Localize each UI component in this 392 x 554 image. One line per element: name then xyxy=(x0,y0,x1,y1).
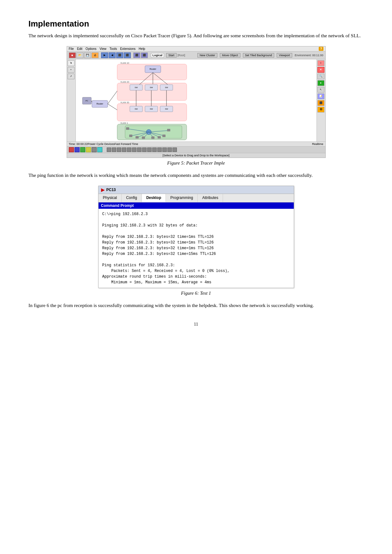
pt-small-dev-8[interactable] xyxy=(142,148,147,152)
pt-tool-6[interactable]: ⬛ xyxy=(141,52,148,58)
pt-right-tool-zoom[interactable]: 🔍 xyxy=(317,74,324,79)
pc13-titlebar: ▶ PC13 xyxy=(99,186,294,194)
svg-rect-38 xyxy=(142,136,145,139)
pt-bottombar: Time: 00:00:22 Power Cycle Devices Fast … xyxy=(67,142,325,146)
pt-btn-viewport[interactable]: Viewport xyxy=(277,53,292,57)
pt-small-dev-10[interactable] xyxy=(152,148,157,152)
page-number: 11 xyxy=(28,322,364,327)
pt-small-dev-6[interactable] xyxy=(132,148,136,152)
pt-power-cycle[interactable]: Power Cycle Devices xyxy=(87,142,114,146)
pt-env-label: Environment: 00:11:00 xyxy=(295,54,323,57)
packet-tracer-window: File Edit Options View Tools Extensions … xyxy=(67,46,326,158)
terminal-line-9: Approximate round trip times in milli-se… xyxy=(102,274,290,280)
tab-attributes[interactable]: Attributes xyxy=(198,194,223,202)
pt-small-dev-13[interactable] xyxy=(167,148,172,152)
pt-small-dev-1[interactable] xyxy=(107,148,111,152)
tab-config[interactable]: Config xyxy=(122,194,142,202)
svg-text:PC: PC xyxy=(85,100,88,102)
pt-tool-save[interactable]: 💾 xyxy=(84,52,91,58)
pt-left-tool-3[interactable]: ↗ xyxy=(68,74,75,79)
terminal-line-4: Reply from 192.168.2.3: bytes=32 time=1m… xyxy=(102,240,290,245)
pt-right-tool-box[interactable]: ⬛ xyxy=(317,100,324,106)
pt-small-dev-14[interactable] xyxy=(172,148,177,152)
pt-btn-new-cluster[interactable]: New Cluster xyxy=(197,53,217,57)
pt-right-tool-note[interactable]: 📝 xyxy=(317,93,324,99)
terminal-line-8: Packets: Sent = 4, Received = 4, Lost = … xyxy=(102,268,290,274)
pt-tool-new[interactable]: ■ xyxy=(69,52,76,58)
pt-dev-icon-6[interactable] xyxy=(97,147,102,152)
figure5-container: File Edit Options View Tools Extensions … xyxy=(28,46,364,158)
terminal-line-7: Ping statistics for 192.168.2.3: xyxy=(102,262,290,268)
svg-text:VLAN 1: VLAN 1 xyxy=(120,122,128,124)
pt-tool-print[interactable]: 🖨 xyxy=(92,52,99,58)
pt-time-label: Time: 00:00:22 xyxy=(69,142,88,146)
pt-dev-icon-1[interactable] xyxy=(69,147,74,152)
pc13-title-icon: ▶ xyxy=(101,187,105,192)
pt-tool-2[interactable]: ◀ xyxy=(109,52,116,58)
tab-programming[interactable]: Programming xyxy=(166,194,198,202)
svg-line-45 xyxy=(108,91,117,104)
pt-tool-1[interactable]: ▶ xyxy=(101,52,108,58)
pt-small-dev-4[interactable] xyxy=(122,148,126,152)
pt-small-dev-2[interactable] xyxy=(112,148,116,152)
pt-menu-help[interactable]: Help xyxy=(139,47,145,51)
pt-fast-forward[interactable]: Fast Forward Time xyxy=(114,142,138,146)
pt-tool-5[interactable]: ⬛ xyxy=(133,52,140,58)
pt-toolbar-row1: ■ 📂 💾 🖨 ▶ ◀ ⬛ ⬛ ⬛ ⬛ Logical Start [Root]… xyxy=(67,51,325,59)
pt-menu-extensions[interactable]: Extensions xyxy=(120,47,136,51)
pt-small-dev-7[interactable] xyxy=(137,148,142,152)
pt-right-tool-cursor[interactable]: ↖ xyxy=(317,87,324,93)
tab-desktop[interactable]: Desktop xyxy=(142,194,166,202)
pt-right-tool-pic[interactable]: 🖼 xyxy=(317,107,324,112)
pt-right-tool-dot[interactable]: ● xyxy=(317,80,324,86)
pt-left-tool-1[interactable]: 🖱 xyxy=(68,60,75,66)
svg-line-46 xyxy=(108,104,117,110)
svg-text:VLAN 10: VLAN 10 xyxy=(120,62,129,64)
pt-menu-file[interactable]: File xyxy=(69,47,74,51)
figure5-caption: Figure 5: Packet Tracer Imple xyxy=(28,160,364,166)
pt-nav-start[interactable]: Start xyxy=(166,53,177,57)
middle-paragraph: The ping function in the network is work… xyxy=(28,172,364,179)
pt-help-button[interactable]: ? xyxy=(319,47,323,51)
pt-btn-move-object[interactable]: Move Object xyxy=(220,53,240,57)
svg-rect-40 xyxy=(158,136,161,139)
pt-btn-set-tiled[interactable]: Set Tiled Background xyxy=(243,53,274,57)
pt-tool-3[interactable]: ⬛ xyxy=(116,52,123,58)
command-prompt-label[interactable]: Command Prompt xyxy=(99,202,294,209)
tab-physical[interactable]: Physical xyxy=(99,194,122,202)
pt-small-dev-3[interactable] xyxy=(117,148,121,152)
pt-device-bar xyxy=(67,146,325,153)
terminal-line-blank-3 xyxy=(102,257,290,262)
pt-dev-icon-3[interactable] xyxy=(80,147,85,152)
pt-right-tool-red[interactable]: + xyxy=(317,60,324,66)
network-diagram-svg: Router SW SW SW SW SW xyxy=(76,59,317,142)
pt-small-dev-11[interactable] xyxy=(157,148,162,152)
svg-text:VLAN 30: VLAN 30 xyxy=(120,101,129,104)
pt-menu-options[interactable]: Options xyxy=(86,47,96,51)
pt-top-buttons: New Cluster Move Object Set Tiled Backgr… xyxy=(197,53,323,57)
pt-dev-icon-2[interactable] xyxy=(75,147,80,152)
svg-text:SW: SW xyxy=(165,87,168,88)
pt-small-dev-9[interactable] xyxy=(147,148,152,152)
pt-menu-edit[interactable]: Edit xyxy=(77,47,82,51)
pt-left-tool-2[interactable]: + xyxy=(68,67,75,73)
pt-menu-tools[interactable]: Tools xyxy=(110,47,117,51)
pt-dev-icon-4[interactable] xyxy=(86,147,91,152)
svg-text:VLAN 20: VLAN 20 xyxy=(120,81,129,83)
pt-logical-label: Logical xyxy=(151,53,164,57)
svg-text:Router: Router xyxy=(149,68,156,70)
pt-dev-icon-5[interactable] xyxy=(92,147,97,152)
svg-text:Router: Router xyxy=(96,103,103,105)
terminal-line-5: Reply from 192.168.2.3: bytes=32 time=1m… xyxy=(102,245,290,251)
svg-text:SW: SW xyxy=(135,108,138,110)
svg-text:SW: SW xyxy=(165,108,168,110)
pt-realtime-label: Realtime xyxy=(312,142,323,146)
pt-small-dev-12[interactable] xyxy=(162,148,167,152)
pt-tool-open[interactable]: 📂 xyxy=(76,52,83,58)
figure6-container: ▶ PC13 Physical Config Desktop Programmi… xyxy=(28,186,364,288)
pt-small-dev-5[interactable] xyxy=(127,148,131,152)
pt-tool-4[interactable]: ⬛ xyxy=(124,52,131,58)
pt-menu-view[interactable]: View xyxy=(100,47,106,51)
pt-right-tool-x[interactable]: ✕ xyxy=(317,67,324,73)
pt-sidebar-right: + ✕ 🔍 ● ↖ 📝 ⬛ 🖼 xyxy=(317,59,325,142)
